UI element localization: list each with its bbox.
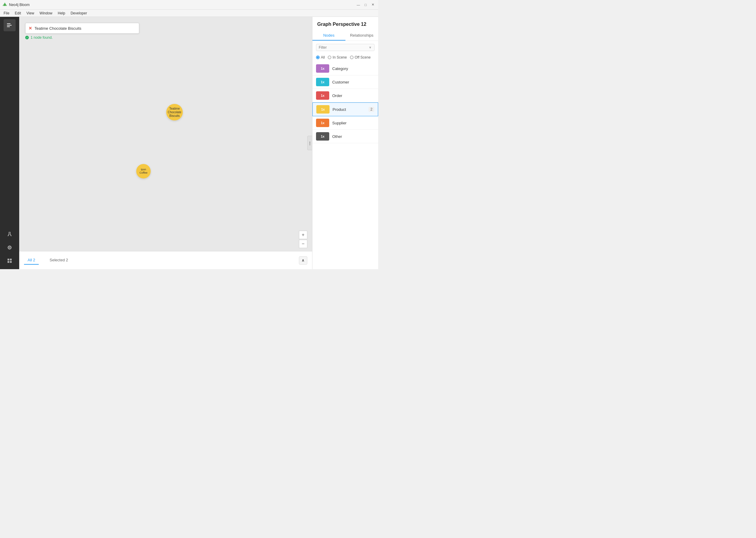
svg-rect-6 — [7, 27, 10, 27]
svg-rect-4 — [7, 24, 11, 24]
node-badge: 1x — [316, 64, 329, 73]
node-type-order[interactable]: 1xOrder — [312, 89, 378, 102]
node-type-label: Other — [332, 134, 375, 139]
sidebar-settings-button[interactable] — [4, 242, 16, 253]
node-node2[interactable]: Ipon Coffee — [136, 164, 151, 179]
right-panel-title: Graph Perspective 12 — [312, 17, 378, 27]
svg-rect-8 — [8, 259, 9, 260]
radio-circle — [316, 56, 320, 59]
node-type-label: Order — [332, 93, 375, 98]
app-title: Neo4j Bloom — [9, 3, 30, 7]
filter-input[interactable] — [319, 45, 367, 50]
collapse-handle-icon: ⋮ — [308, 141, 312, 145]
svg-rect-9 — [10, 259, 12, 260]
node-badge: 1x — [316, 91, 329, 100]
menu-view[interactable]: View — [24, 11, 37, 16]
menu-file[interactable]: File — [1, 11, 12, 16]
node-type-list: 1xCategory1xCustomer1xOrder1xProduct21xS… — [312, 62, 378, 269]
svg-point-3 — [3, 5, 4, 6]
node-badge: 1x — [316, 78, 329, 86]
collapse-chevron-icon: ∧ — [302, 258, 305, 263]
zoom-controls: + − — [299, 231, 307, 248]
left-sidebar — [0, 17, 19, 269]
svg-point-1 — [4, 3, 5, 4]
radio-off-scene[interactable]: Off Scene — [350, 55, 371, 60]
search-status-text: 1 node found. — [30, 35, 53, 40]
close-button[interactable]: ✕ — [370, 2, 376, 8]
radio-circle — [350, 56, 354, 59]
radio-label: In Scene — [333, 55, 347, 60]
node-type-customer[interactable]: 1xCustomer — [312, 76, 378, 89]
flask-icon — [7, 231, 13, 237]
node-type-label: Supplier — [332, 121, 375, 125]
bottom-panel: All 2 Selected 2 ∧ — [19, 251, 312, 269]
node-type-label: Category — [332, 66, 375, 71]
menu-bar: FileEditViewWindowHelpDeveloper — [0, 10, 378, 17]
svg-rect-5 — [7, 25, 12, 26]
svg-point-2 — [6, 5, 7, 6]
node-type-supplier[interactable]: 1xSupplier — [312, 116, 378, 130]
search-clear-button[interactable]: ✕ — [28, 26, 32, 30]
radio-all[interactable]: All — [316, 55, 325, 60]
minimize-button[interactable]: — — [355, 2, 361, 8]
node-badge: 1x — [316, 119, 329, 127]
main-area[interactable]: ✕ Teatime Chocolate Biscuits ✓ 1 node fo… — [19, 17, 312, 269]
tab-relationships[interactable]: Relationships — [346, 30, 378, 40]
svg-rect-10 — [8, 261, 9, 263]
search-status: ✓ 1 node found. — [25, 35, 139, 40]
radio-label: Off Scene — [355, 55, 371, 60]
node-badge: 1x — [316, 105, 330, 114]
radio-in-scene[interactable]: In Scene — [328, 55, 347, 60]
title-bar: Neo4j Bloom — □ ✕ — [0, 0, 378, 10]
zoom-out-button[interactable]: − — [299, 240, 307, 248]
app-logo — [2, 2, 7, 7]
app-body: ✕ Teatime Chocolate Biscuits ✓ 1 node fo… — [0, 17, 378, 269]
bottom-panel-right: ∧ — [299, 256, 307, 265]
svg-point-7 — [9, 247, 10, 248]
panel-collapse-button[interactable]: ∧ — [299, 256, 307, 265]
svg-rect-11 — [10, 261, 12, 263]
maximize-button[interactable]: □ — [362, 2, 368, 8]
title-bar-left: Neo4j Bloom — [2, 2, 30, 7]
graph-canvas[interactable]: Teatime Chocolate BiscuitsIpon Coffee — [19, 17, 312, 251]
node-node1[interactable]: Teatime Chocolate Biscuits — [166, 104, 183, 121]
radio-circle — [328, 56, 331, 59]
tab-all[interactable]: All 2 — [24, 256, 39, 265]
menu-developer[interactable]: Developer — [68, 11, 89, 16]
sidebar-flask-button[interactable] — [4, 228, 16, 240]
node-type-other[interactable]: 1xOther — [312, 130, 378, 143]
node-type-count: 2 — [368, 107, 374, 112]
right-panel: Graph Perspective 12 Nodes Relationships… — [312, 17, 378, 269]
sidebar-plugin-button[interactable] — [4, 255, 16, 267]
radio-label: All — [321, 55, 325, 60]
title-bar-controls: — □ ✕ — [355, 2, 376, 8]
right-panel-tabs: Nodes Relationships — [312, 30, 378, 41]
node-type-label: Customer — [332, 80, 375, 84]
svg-point-0 — [4, 4, 6, 6]
tab-selected[interactable]: Selected 2 — [46, 256, 71, 265]
filter-bar: ▼ — [316, 44, 375, 51]
radio-group: AllIn SceneOff Scene — [312, 54, 378, 62]
status-dot: ✓ — [25, 36, 29, 39]
filter-icon: ▼ — [368, 46, 372, 49]
sidebar-graph-button[interactable] — [4, 19, 16, 31]
collapse-handle[interactable]: ⋮ — [307, 136, 312, 150]
zoom-in-button[interactable]: + — [299, 231, 307, 239]
node-badge: 1x — [316, 132, 329, 140]
settings-icon — [7, 244, 13, 250]
menu-help[interactable]: Help — [56, 11, 68, 16]
menu-window[interactable]: Window — [37, 11, 55, 16]
menu-edit[interactable]: Edit — [12, 11, 24, 16]
search-bar-container: ✕ Teatime Chocolate Biscuits ✓ 1 node fo… — [25, 23, 139, 40]
node-type-category[interactable]: 1xCategory — [312, 62, 378, 76]
plugin-icon — [7, 258, 13, 264]
node-type-product[interactable]: 1xProduct2 — [312, 102, 378, 116]
node-type-label: Product — [333, 107, 365, 112]
graph-icon — [7, 22, 13, 28]
search-bar: ✕ Teatime Chocolate Biscuits — [25, 23, 139, 34]
tab-nodes[interactable]: Nodes — [312, 30, 346, 40]
search-value: Teatime Chocolate Biscuits — [34, 26, 136, 30]
